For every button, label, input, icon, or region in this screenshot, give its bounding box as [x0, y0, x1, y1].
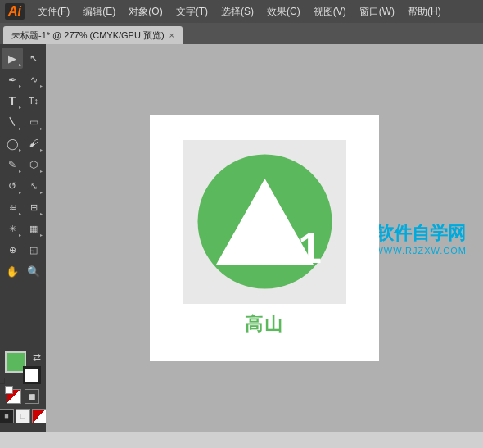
canvas-area: 软件自学网 WWW.RJZXW.COM 1 高山	[46, 44, 483, 432]
tab-label: 未标题-1* @ 277% (CMYK/GPU 预览)	[11, 29, 165, 42]
artboard: 1 高山	[150, 115, 379, 361]
pen-tool[interactable]: ✒ ▸	[2, 69, 23, 90]
pencil-tool[interactable]: ✎ ▸	[2, 154, 23, 175]
transform-arrow: ▸	[40, 210, 43, 216]
tool-arrow-indicator: ▸	[19, 61, 21, 67]
gradient-icon[interactable]: ■	[25, 389, 39, 404]
color-mode-black[interactable]: ■	[0, 409, 14, 423]
watermark-main-text: 软件自学网	[374, 221, 467, 246]
menu-effect[interactable]: 效果(C)	[260, 2, 307, 22]
menu-text[interactable]: 文字(T)	[169, 2, 214, 22]
type-arrow: ▸	[19, 104, 21, 110]
curvature-tool[interactable]: ∿ ▸	[23, 69, 44, 90]
slice-tool[interactable]: ◱	[23, 239, 44, 260]
logo-container: 1	[183, 140, 346, 304]
rect-arrow: ▸	[40, 125, 43, 131]
tool-row-9: ✳ ▸ ▦ ▸	[0, 218, 46, 239]
menu-bar: 文件(F) 编辑(E) 对象(O) 文字(T) 选择(S) 效果(C) 视图(V…	[31, 2, 478, 22]
active-tab[interactable]: 未标题-1* @ 277% (CMYK/GPU 预览) ×	[3, 26, 183, 44]
toolbar: ▶ ▸ ↖ ✒ ▸ ∿ ▸ T ▸ T↕	[0, 44, 46, 432]
tool-row-7: ↺ ▸ ⤡ ▸	[0, 175, 46, 197]
warp-tool[interactable]: ≋ ▸	[2, 197, 23, 218]
menu-view[interactable]: 视图(V)	[307, 2, 353, 22]
symbol-sprayer-tool[interactable]: ✳ ▸	[2, 218, 23, 239]
menu-file[interactable]: 文件(F)	[31, 2, 76, 22]
tool-row-2: ✒ ▸ ∿ ▸	[0, 69, 46, 90]
swap-colors-icon[interactable]: ⇄	[33, 351, 41, 363]
color-mode-none[interactable]	[32, 409, 46, 423]
menu-help[interactable]: 帮助(H)	[401, 2, 448, 22]
artboard-tool[interactable]: ⊕	[2, 239, 23, 260]
type-tool[interactable]: T ▸	[2, 90, 23, 111]
main-area: ▶ ▸ ↖ ✒ ▸ ∿ ▸ T ▸ T↕	[0, 44, 483, 432]
stroke-color-swatch[interactable]	[23, 366, 41, 384]
tool-row-5: ◯ ▸ 🖌 ▸	[0, 133, 46, 154]
tool-row-11: ✋ 🔍	[0, 260, 46, 282]
paintbrush-tool[interactable]: 🖌 ▸	[23, 133, 44, 154]
line-tool[interactable]: / ▸	[2, 111, 23, 133]
ellipse-arrow: ▸	[19, 147, 21, 152]
hand-tool[interactable]: ✋	[2, 260, 23, 282]
rotate-arrow: ▸	[19, 189, 21, 195]
svg-text:1: 1	[298, 224, 322, 272]
menu-select[interactable]: 选择(S)	[214, 2, 260, 22]
default-fill	[5, 386, 13, 394]
watermark: 软件自学网 WWW.RJZXW.COM	[374, 221, 467, 256]
titlebar: Ai 文件(F) 编辑(E) 对象(O) 文字(T) 选择(S) 效果(C) 视…	[0, 0, 483, 23]
logo-graphic: 1	[193, 150, 336, 293]
free-transform-tool[interactable]: ⊞ ▸	[23, 197, 44, 218]
tool-row-4: / ▸ ▭ ▸	[0, 111, 46, 133]
color-area: ⇄ ■ ■ □	[0, 346, 46, 428]
scale-tool[interactable]: ⤡ ▸	[23, 175, 44, 197]
eraser-arrow: ▸	[40, 168, 43, 174]
zoom-tool[interactable]: 🔍	[23, 260, 44, 282]
column-graph-tool[interactable]: ▦ ▸	[23, 218, 44, 239]
tool-row-10: ⊕ ◱	[0, 239, 46, 260]
menu-object[interactable]: 对象(O)	[122, 2, 169, 22]
statusbar	[0, 432, 483, 448]
tool-row-1: ▶ ▸ ↖	[0, 48, 46, 69]
warp-arrow: ▸	[19, 210, 21, 216]
logo-label: 高山	[245, 312, 284, 337]
graph-arrow: ▸	[40, 232, 43, 238]
menu-window[interactable]: 窗口(W)	[353, 2, 401, 22]
brush-arrow: ▸	[40, 147, 43, 152]
select-tool[interactable]: ▶ ▸	[2, 48, 23, 69]
menu-edit[interactable]: 编辑(E)	[76, 2, 122, 22]
scale-arrow: ▸	[40, 189, 43, 195]
pen-arrow: ▸	[19, 83, 21, 88]
tabbar: 未标题-1* @ 277% (CMYK/GPU 预览) ×	[0, 23, 483, 44]
touch-type-tool[interactable]: T↕	[23, 90, 44, 111]
tool-row-8: ≋ ▸ ⊞ ▸	[0, 197, 46, 218]
default-stroke	[0, 378, 5, 384]
color-mode-icons: ■ □	[0, 409, 46, 423]
symbol-arrow: ▸	[19, 232, 21, 238]
watermark-url-text: WWW.RJZXW.COM	[374, 246, 467, 256]
rotate-tool[interactable]: ↺ ▸	[2, 175, 23, 197]
line-arrow: ▸	[19, 125, 21, 131]
app-logo: Ai	[5, 3, 25, 20]
ellipse-tool[interactable]: ◯ ▸	[2, 133, 23, 154]
tab-close-button[interactable]: ×	[169, 30, 174, 40]
color-swatches: ⇄	[5, 351, 41, 384]
tool-row-6: ✎ ▸ ⬡ ▸	[0, 154, 46, 175]
direct-select-tool[interactable]: ↖	[23, 48, 44, 69]
tool-row-3: T ▸ T↕	[0, 90, 46, 111]
curve-arrow: ▸	[40, 83, 43, 88]
eraser-tool[interactable]: ⬡ ▸	[23, 154, 44, 175]
rect-tool[interactable]: ▭ ▸	[23, 111, 44, 133]
pencil-arrow: ▸	[19, 168, 21, 174]
color-mode-white[interactable]: □	[16, 409, 30, 423]
